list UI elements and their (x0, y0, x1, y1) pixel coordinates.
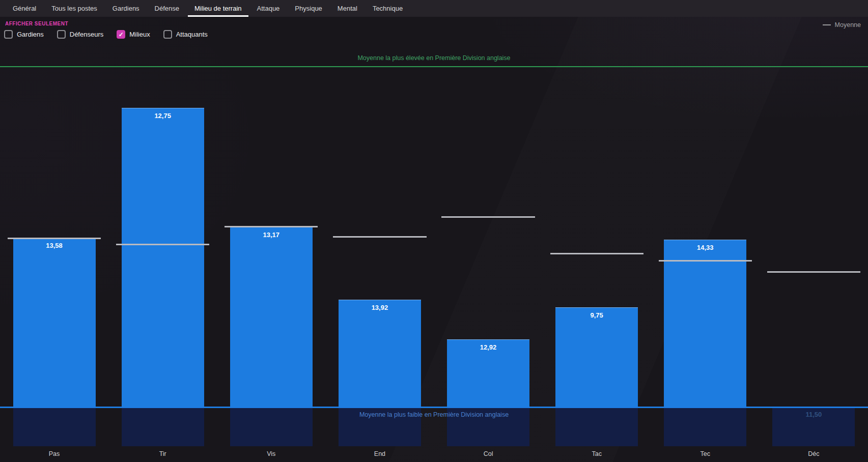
average-legend: Moyenne (823, 21, 861, 28)
bar[interactable]: 12,75 (122, 108, 204, 407)
filter-section: AFFICHER SEULEMENT GardiensDéfenseurs✓Mi… (0, 17, 868, 52)
checkbox-unchecked-icon[interactable] (57, 30, 66, 39)
tab-physique[interactable]: Physique (287, 0, 329, 17)
league-average-marker (8, 238, 101, 239)
bar-value-label: 13,17 (230, 231, 313, 239)
axis-label: Col (434, 446, 543, 462)
highest-average-annotation: Moyenne la plus élevée en Première Divis… (0, 54, 868, 62)
filter-label: Attaquants (176, 31, 208, 38)
tab-bar: GénéralTous les postesGardiensDéfenseMil… (0, 0, 868, 17)
bar[interactable]: 12,92 (447, 339, 529, 407)
chart-column-end: 13,92End (325, 68, 434, 462)
bar-value-label: 12,92 (447, 343, 529, 351)
lowest-average-line (0, 407, 868, 408)
axis-label: Vis (217, 446, 325, 462)
attribute-bar-chart: 13,58Pas12,75Tir13,17Vis13,92End12,92Col… (0, 68, 868, 462)
tab-defense[interactable]: Défense (147, 0, 187, 17)
axis-label: Déc (760, 446, 868, 462)
filter-row: GardiensDéfenseurs✓MilieuxAttaquants (4, 30, 208, 39)
tab-tous-les-postes[interactable]: Tous les postes (44, 0, 105, 17)
axis-label: Tec (651, 446, 760, 462)
chart-column-col: 12,92Col (434, 68, 543, 462)
lowest-average-annotation: Moyenne la plus faible en Première Divis… (0, 411, 868, 418)
league-average-marker (225, 226, 318, 227)
bar[interactable]: 13,17 (230, 227, 313, 407)
league-average-marker (550, 253, 643, 254)
filter-label: Milieux (129, 31, 150, 38)
league-average-marker (441, 216, 535, 218)
checkbox-checked-icon[interactable]: ✓ (117, 30, 125, 39)
checkbox-unchecked-icon[interactable] (163, 30, 172, 39)
league-average-marker (333, 236, 426, 238)
chart-column-tac: 9,75Tac (543, 68, 651, 462)
filter-milieux[interactable]: ✓Milieux (117, 30, 150, 39)
highest-average-line (0, 66, 868, 67)
filter-label: Défenseurs (70, 31, 103, 38)
bar-value-label: 13,92 (339, 304, 421, 311)
tab-attaque[interactable]: Attaque (249, 0, 288, 17)
tab-mental[interactable]: Mental (330, 0, 365, 17)
axis-label: Tac (543, 446, 651, 462)
team-comparison-screen: GénéralTous les postesGardiensDéfenseMil… (0, 0, 868, 462)
filter-defenseurs[interactable]: Défenseurs (57, 30, 103, 39)
tab-technique[interactable]: Technique (365, 0, 410, 17)
filter-label: Gardiens (17, 31, 44, 38)
tab-gardiens[interactable]: Gardiens (105, 0, 147, 17)
chart-column-pas: 13,58Pas (0, 68, 108, 462)
chart-column-dec: 11,50Déc (760, 68, 868, 462)
league-average-marker (116, 244, 209, 245)
filter-attaquants[interactable]: Attaquants (163, 30, 208, 39)
bar-value-label: 14,33 (664, 244, 746, 251)
bar[interactable]: 13,92 (339, 300, 421, 407)
bar[interactable]: 13,58 (13, 238, 96, 407)
chart-column-tec: 14,33Tec (651, 68, 760, 462)
chart-column-vis: 13,17Vis (217, 68, 325, 462)
axis-label: Pas (0, 446, 108, 462)
bar-value-label: 13,58 (13, 242, 96, 249)
average-line-icon (823, 24, 831, 25)
bar-value-label: 12,75 (122, 112, 204, 120)
bar[interactable]: 14,33 (664, 240, 746, 407)
league-average-marker (659, 260, 752, 262)
league-average-marker (767, 271, 860, 273)
axis-label: End (325, 446, 434, 462)
bar[interactable]: 9,75 (555, 307, 638, 407)
chart-column-tir: 12,75Tir (108, 68, 217, 462)
chart-columns: 13,58Pas12,75Tir13,17Vis13,92End12,92Col… (0, 68, 868, 462)
tab-milieu-de-terrain[interactable]: Milieu de terrain (187, 0, 249, 17)
bar-value-label: 9,75 (555, 311, 638, 319)
axis-label: Tir (108, 446, 217, 462)
average-legend-label: Moyenne (835, 21, 861, 28)
tab-general[interactable]: Général (5, 0, 44, 17)
filter-gardiens[interactable]: Gardiens (4, 30, 44, 39)
checkbox-unchecked-icon[interactable] (4, 30, 13, 39)
filter-heading: AFFICHER SEULEMENT (5, 21, 68, 26)
